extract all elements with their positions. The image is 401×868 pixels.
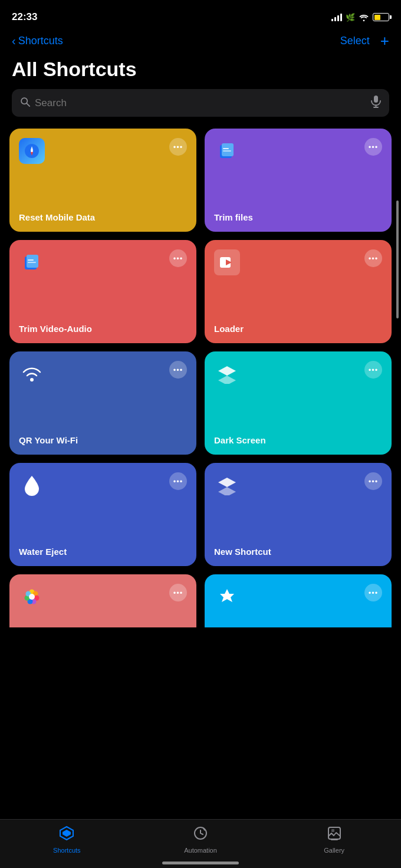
safari-icon <box>19 138 45 164</box>
photos-icon <box>19 584 45 610</box>
svg-point-19 <box>30 378 34 382</box>
shortcut-card-loader[interactable]: ••• Loader <box>205 240 392 343</box>
svg-rect-14 <box>27 255 38 268</box>
shortcuts-grid: ••• Reset Mobile Data ••• Trim files <box>0 129 401 686</box>
more-dots-icon: ••• <box>173 478 183 485</box>
shortcut-card-appstore-partial[interactable]: ••• <box>205 574 392 627</box>
card-label: QR Your Wi-Fi <box>19 430 187 445</box>
more-dots-icon: ••• <box>369 366 379 374</box>
shortcut-card-trim-video-audio[interactable]: ••• Trim Video-Audio <box>9 240 196 343</box>
more-dots-icon: ••• <box>369 255 379 262</box>
shortcuts-tab-icon <box>59 826 74 844</box>
more-dots-icon: ••• <box>369 589 379 597</box>
tab-shortcuts[interactable]: Shortcuts <box>0 826 134 854</box>
drop-icon <box>19 472 45 498</box>
nav-actions: Select + <box>340 33 389 48</box>
card-label: Loader <box>214 319 382 334</box>
add-button[interactable]: + <box>380 33 389 48</box>
svg-point-8 <box>31 150 33 152</box>
card-top: ••• <box>19 138 187 164</box>
svg-marker-22 <box>218 478 236 487</box>
more-dots-icon: ••• <box>173 143 183 151</box>
gallery-tab-label: Gallery <box>324 847 344 854</box>
gallery-tab-icon <box>327 826 342 844</box>
card-top: ••• <box>214 361 382 387</box>
card-top: ••• <box>214 138 382 164</box>
automation-tab-label: Automation <box>184 847 217 854</box>
select-button[interactable]: Select <box>340 35 370 47</box>
shortcut-card-new-shortcut[interactable]: ••• New Shortcut <box>205 463 392 566</box>
card-label: Trim Video-Audio <box>19 319 187 334</box>
more-dots-icon: ••• <box>369 478 379 485</box>
files-icon <box>214 138 240 164</box>
shortcut-card-water-eject[interactable]: ••• Water Eject <box>9 463 196 566</box>
card-top: ••• <box>214 584 382 610</box>
tab-gallery[interactable]: Gallery <box>267 826 401 854</box>
svg-rect-11 <box>223 148 229 149</box>
status-time: 22:33 <box>12 11 37 23</box>
svg-marker-20 <box>218 366 236 376</box>
card-label: Water Eject <box>19 542 187 557</box>
search-bar[interactable] <box>12 89 389 117</box>
shortcuts-tab-label: Shortcuts <box>53 847 80 854</box>
shortcut-card-dark-screen[interactable]: ••• Dark Screen <box>205 351 392 455</box>
card-more-button[interactable]: ••• <box>364 138 382 156</box>
back-label: Shortcuts <box>18 35 63 47</box>
card-label: Trim files <box>214 208 382 222</box>
shortcut-card-trim-files[interactable]: ••• Trim files <box>205 129 392 232</box>
svg-rect-15 <box>28 259 34 261</box>
battery-icon <box>373 13 389 21</box>
appstore-icon <box>214 584 240 610</box>
card-label: New Shortcut <box>214 542 382 557</box>
card-more-button[interactable]: ••• <box>169 138 187 156</box>
card-more-button[interactable]: ••• <box>364 472 382 490</box>
card-top: ••• <box>19 472 187 498</box>
shortcut-card-reset-mobile-data[interactable]: ••• Reset Mobile Data <box>9 129 196 232</box>
scrollbar[interactable] <box>396 200 399 318</box>
more-dots-icon: ••• <box>173 255 183 262</box>
layers-icon <box>214 361 240 387</box>
card-more-button[interactable]: ••• <box>169 472 187 490</box>
layers2-icon <box>214 472 240 498</box>
card-more-button[interactable]: ••• <box>169 361 187 379</box>
nav-bar: ‹ Shortcuts Select + <box>0 31 401 55</box>
more-dots-icon: ••• <box>173 589 183 597</box>
svg-marker-21 <box>218 376 236 384</box>
svg-rect-2 <box>374 96 378 103</box>
svg-point-32 <box>29 594 35 600</box>
tab-automation[interactable]: Automation <box>134 826 268 854</box>
back-button[interactable]: ‹ Shortcuts <box>12 35 63 47</box>
shortcut-card-photos-partial[interactable]: ••• <box>9 574 196 627</box>
card-top: ••• <box>19 249 187 275</box>
card-top: ••• <box>214 472 382 498</box>
wifi-icon <box>19 361 45 387</box>
svg-rect-36 <box>328 827 340 839</box>
wifi-status-icon <box>359 13 369 21</box>
files2-icon <box>19 249 45 275</box>
card-label: Reset Mobile Data <box>19 208 187 222</box>
svg-line-1 <box>27 103 29 106</box>
tab-bar: Shortcuts Automation Gallery <box>0 819 401 868</box>
svg-rect-10 <box>222 143 234 156</box>
more-dots-icon: ••• <box>369 143 379 151</box>
search-input[interactable] <box>35 97 366 109</box>
back-chevron-icon: ‹ <box>12 35 16 47</box>
home-indicator <box>162 862 239 864</box>
video-icon <box>214 249 240 275</box>
svg-marker-23 <box>218 487 236 495</box>
status-bar: 22:33 🌿 <box>0 0 401 31</box>
signal-icon <box>331 13 342 21</box>
svg-rect-12 <box>223 150 231 152</box>
card-more-button[interactable]: ••• <box>364 584 382 601</box>
mic-icon[interactable] <box>371 95 381 111</box>
svg-rect-16 <box>28 262 36 263</box>
page-title: All Shortcuts <box>0 55 401 89</box>
search-icon <box>20 97 30 110</box>
more-dots-icon: ••• <box>173 366 183 374</box>
card-more-button[interactable]: ••• <box>364 249 382 267</box>
shortcut-card-qr-wifi[interactable]: ••• QR Your Wi-Fi <box>9 351 196 455</box>
card-more-button[interactable]: ••• <box>169 249 187 267</box>
card-more-button[interactable]: ••• <box>169 584 187 601</box>
automation-tab-icon <box>193 826 208 844</box>
card-more-button[interactable]: ••• <box>364 361 382 379</box>
